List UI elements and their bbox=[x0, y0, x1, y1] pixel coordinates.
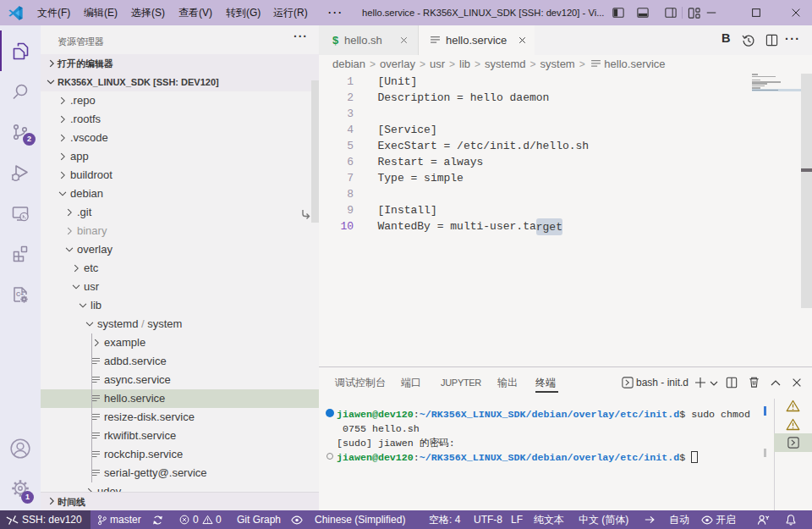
svg-text:C+: C+ bbox=[16, 291, 24, 297]
